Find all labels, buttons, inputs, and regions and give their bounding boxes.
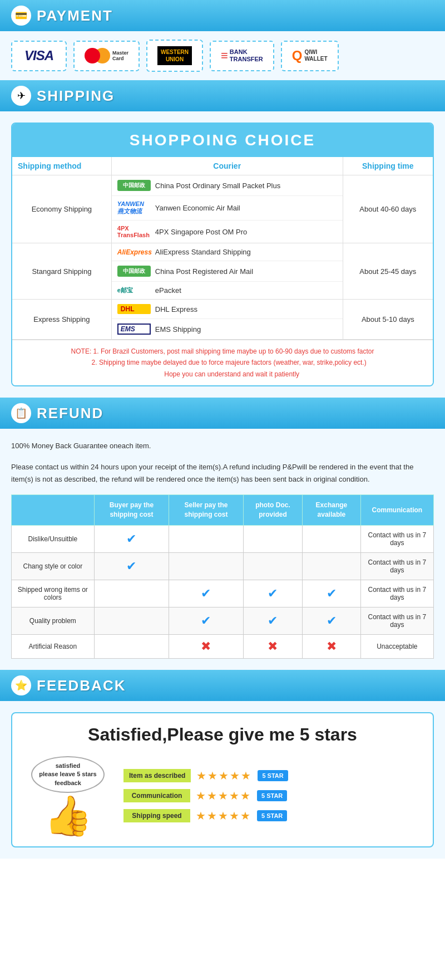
cross-icon: ✖ — [327, 639, 337, 653]
artificial-buyer-pay — [94, 635, 169, 659]
standard-shipping-row: Stangard Shipping AliExpress AliExpress … — [12, 243, 433, 300]
aliexpress-name: AliExpress Standard Shipping — [155, 248, 251, 256]
chinapost-reg-logo: 中国邮政 — [117, 266, 151, 277]
bank-transfer-logo: ≡ BANKTRANSFER — [221, 48, 263, 63]
quality-buyer-pay — [94, 607, 169, 635]
bank-icon: ≡ — [221, 48, 228, 63]
refund-row-wrong-items: Shipped wrong items or colors ✔ ✔ ✔ Cont… — [12, 580, 434, 607]
chang-communication: Contact with us in 7 days — [360, 553, 433, 580]
cross-icon: ✖ — [268, 639, 278, 653]
shipping-header-icon: ✈ — [11, 86, 31, 106]
shipping-header-title: SHIPPING — [37, 87, 115, 105]
chang-exchange — [303, 553, 361, 580]
artificial-photo: ✖ — [243, 635, 302, 659]
visa-card: VISA — [11, 41, 67, 71]
refund-col-issue — [12, 495, 95, 526]
check-icon: ✔ — [126, 532, 136, 546]
satisfied-bubble: satisfied please leave 5 stars feedback — [31, 756, 104, 793]
courier-row-4px: 4PXTransFlash 4PX Singapore Post OM Pro — [112, 220, 343, 243]
feedback-header-icon: ⭐ — [11, 675, 31, 695]
check-icon: ✔ — [201, 614, 211, 628]
ems-logo: EMS — [117, 324, 151, 335]
bubble-line2: please leave 5 stars — [39, 771, 96, 777]
rating-stars-communication: ★★★★★ — [196, 789, 251, 802]
check-icon: ✔ — [268, 586, 278, 600]
express-shipping-row: Express Shipping DHL DHL Express EMS EMS… — [12, 300, 433, 340]
mc-text: MasterCard — [112, 50, 128, 61]
4px-logo: 4PXTransFlash — [117, 225, 151, 238]
dislike-buyer-pay: ✔ — [94, 526, 169, 553]
chinapost-reg-name: China Post Registered Air Mail — [155, 267, 253, 276]
economy-courier-cell: 中国邮政 China Post Ordinary Small Packet Pl… — [111, 175, 343, 243]
payment-header-bar: 💳 PAYMENT — [0, 0, 445, 31]
refund-header-title: REFUND — [37, 405, 103, 422]
dislike-exchange — [303, 526, 361, 553]
feedback-content: satisfied please leave 5 stars feedback … — [23, 756, 422, 835]
dhl-logo: DHL — [117, 304, 151, 314]
quality-photo: ✔ — [243, 607, 302, 635]
economy-shipping-row: Economy Shipping 中国邮政 China Post Ordinar… — [12, 175, 433, 243]
courier-row-ems: EMS EMS Shipping — [112, 319, 343, 339]
cross-icon: ✖ — [201, 639, 211, 653]
courier-row-aliexpress: AliExpress AliExpress Standard Shipping — [112, 243, 343, 261]
payment-cards: VISA MasterCard WESTERNUNION ≡ BANKTRANS… — [11, 40, 434, 72]
yanwen-name: Yanwen Economic Air Mail — [155, 204, 240, 212]
check-icon: ✔ — [201, 586, 211, 600]
economy-time-cell: About 40-60 days — [343, 175, 433, 243]
rating-row-item: Item as described ★★★★★ 5 STAR — [123, 769, 288, 782]
qiwi-logo: Q QIWIWALLET — [292, 48, 328, 63]
express-time-cell: About 5-10 days — [343, 300, 433, 340]
refund-col-photo: photo Doc. provided — [243, 495, 302, 526]
shipping-table-title: SHOPPOING CHOICE — [12, 124, 433, 157]
issue-wrong-items: Shipped wrong items or colors — [12, 580, 95, 607]
feedback-header-bar: ⭐ FEEDBACK — [0, 670, 445, 701]
rating-row-shipping: Shipping speed ★★★★★ 5 STAR — [123, 809, 287, 822]
rating-label-item: Item as described — [123, 769, 191, 782]
rating-badge-communication: 5 STAR — [257, 790, 287, 801]
wrong-seller-pay: ✔ — [169, 580, 244, 607]
quality-exchange: ✔ — [303, 607, 361, 635]
ems-name: EMS Shipping — [155, 325, 201, 334]
courier-row-dhl: DHL DHL Express — [112, 300, 343, 319]
chinapost-logo: 中国邮政 — [117, 180, 151, 191]
chang-photo — [243, 553, 302, 580]
qiwi-text: QIWIWALLET — [304, 49, 327, 62]
4px-name: 4PX Singapore Post OM Pro — [155, 228, 247, 236]
wrong-photo: ✔ — [243, 580, 302, 607]
issue-artificial: Artificial Reason — [12, 635, 95, 659]
dislike-communication: Contact with us in 7 days — [360, 526, 433, 553]
feedback-header-title: FEEDBACK — [37, 677, 126, 694]
economy-method-cell: Economy Shipping — [12, 175, 111, 243]
bank-transfer-card: ≡ BANKTRANSFER — [210, 41, 274, 71]
aliexpress-logo: AliExpress — [117, 248, 151, 256]
shipping-header-bar: ✈ SHIPPING — [0, 80, 445, 111]
artificial-communication: Unacceptable — [360, 635, 433, 659]
payment-header-title: PAYMENT — [37, 7, 113, 24]
refund-row-artificial: Artificial Reason ✖ ✖ ✖ Unacceptable — [12, 635, 434, 659]
rating-stars-item: ★★★★★ — [196, 769, 252, 782]
visa-logo: VISA — [24, 48, 53, 63]
shipping-table-header-row: Shipping method Courier Shipping time — [12, 157, 433, 175]
refund-header-icon: 📋 — [11, 403, 31, 423]
issue-quality: Quality problem — [12, 607, 95, 635]
rating-label-shipping: Shipping speed — [123, 809, 190, 822]
qiwi-card: Q QIWIWALLET — [281, 41, 339, 71]
wrong-communication: Contact with us in 7 days — [360, 580, 433, 607]
col-courier: Courier — [111, 157, 343, 175]
courier-row-chinapost-reg: 中国邮政 China Post Registered Air Mail — [112, 261, 343, 282]
issue-chang-style: Chang style or color — [12, 553, 95, 580]
thumbs-up-emoji: 👍 — [44, 796, 92, 835]
yanwen-logo: YANWEN燕文物流 — [117, 200, 151, 215]
refund-section: 100% Money Back Guarantee oneach item. P… — [0, 429, 445, 670]
check-icon: ✔ — [126, 559, 136, 573]
mastercard-logo: MasterCard — [85, 48, 128, 63]
artificial-exchange: ✖ — [303, 635, 361, 659]
chinapost-ordinary-name: China Post Ordinary Small Packet Plus — [155, 182, 280, 190]
shipping-table: Shipping method Courier Shipping time Ec… — [12, 157, 433, 340]
refund-col-seller: Seller pay the shipping cost — [169, 495, 244, 526]
dislike-photo — [243, 526, 302, 553]
rating-row-communication: Communication ★★★★★ 5 STAR — [123, 789, 287, 802]
payment-section: VISA MasterCard WESTERNUNION ≡ BANKTRANS… — [0, 31, 445, 80]
qiwi-q-icon: Q — [292, 48, 303, 63]
refund-header-bar: 📋 REFUND — [0, 398, 445, 429]
